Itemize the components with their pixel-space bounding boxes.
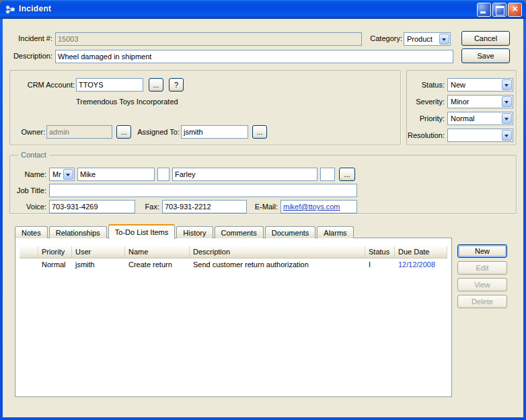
fax-field[interactable] <box>162 200 247 213</box>
cancel-button[interactable]: Cancel <box>461 31 510 46</box>
tab-notes[interactable]: Notes <box>15 226 48 238</box>
resolution-select[interactable] <box>447 129 513 142</box>
crm-account-help-button[interactable]: ? <box>169 78 184 92</box>
category-label: Category: <box>363 34 402 43</box>
contact-group-title: Contact <box>18 151 49 159</box>
column-header-description[interactable]: Description <box>190 246 365 258</box>
chevron-down-icon <box>502 96 512 107</box>
job-title-field[interactable] <box>49 184 357 197</box>
description-label: Description: <box>7 51 52 61</box>
tab-todo-list-items[interactable]: To-Do List Items <box>108 224 175 239</box>
close-icon[interactable]: ✕ <box>508 3 522 17</box>
email-label: E-Mail: <box>251 202 278 211</box>
tab-alarms[interactable]: Alarms <box>317 226 353 238</box>
cell-name: Create return <box>125 260 190 271</box>
chevron-down-icon <box>502 79 512 90</box>
column-header-status[interactable]: Status <box>365 246 395 258</box>
column-header-priority[interactable]: Priority <box>38 246 72 258</box>
assigned-to-label: Assigned To: <box>135 127 180 137</box>
salutation-value: Mr <box>52 170 62 178</box>
voice-label: Voice: <box>20 202 46 211</box>
tab-history[interactable]: History <box>176 226 213 238</box>
resolution-label: Resolution: <box>407 131 445 140</box>
cell-user: jsmith <box>72 260 125 271</box>
status-select[interactable]: New <box>447 78 513 92</box>
maximize-icon[interactable] <box>492 3 506 17</box>
column-header-name[interactable]: Name <box>125 246 190 258</box>
cell-status: I <box>365 260 395 271</box>
column-header-blank[interactable] <box>20 246 38 258</box>
email-field[interactable]: mikef@ttoys.com <box>280 200 357 213</box>
view-button: View <box>457 278 507 291</box>
tab-strip: Notes Relationships To-Do List Items His… <box>15 224 355 238</box>
incident-number-field <box>55 32 362 46</box>
priority-value: Normal <box>451 114 500 123</box>
contact-group: Contact Name: Mr ... Job Title: Voice: F… <box>9 155 517 214</box>
window-controls: ✕ <box>477 3 522 17</box>
owner-field <box>46 125 112 139</box>
minimize-icon[interactable] <box>477 3 491 17</box>
dialog-body: Incident #: Category: Product Cancel Des… <box>3 19 523 417</box>
column-header-due-date[interactable]: Due Date <box>395 246 447 258</box>
assigned-to-browse-button[interactable]: ... <box>252 125 267 139</box>
first-name-field[interactable] <box>77 168 155 181</box>
save-button[interactable]: Save <box>461 48 510 63</box>
tab-documents[interactable]: Documents <box>265 226 316 238</box>
edit-button: Edit <box>457 261 507 275</box>
fax-label: Fax: <box>142 202 159 211</box>
owner-browse-button[interactable]: ... <box>116 125 131 139</box>
table-row[interactable]: Normal jsmith Create return Send custome… <box>20 260 447 271</box>
contact-name-label: Name: <box>20 170 46 179</box>
voice-field[interactable] <box>49 200 135 213</box>
window-title: Incident <box>19 4 51 13</box>
suffix-field[interactable] <box>320 168 335 181</box>
category-value: Product <box>407 35 438 43</box>
middle-initial-field[interactable] <box>157 168 170 181</box>
job-title-label: Job Title: <box>14 186 46 195</box>
assigned-to-field[interactable] <box>181 125 248 139</box>
chevron-down-icon <box>439 34 449 44</box>
description-field[interactable] <box>55 50 453 63</box>
owner-label: Owner: <box>15 127 45 137</box>
priority-select[interactable]: Normal <box>447 112 513 125</box>
crm-account-label: CRM Account: <box>15 80 75 90</box>
status-label: Status: <box>407 80 445 90</box>
status-group: Status: New Severity: Minor Priority: No… <box>406 70 517 145</box>
delete-button: Delete <box>457 295 507 308</box>
category-select[interactable]: Product <box>404 32 451 46</box>
priority-label: Priority: <box>407 114 445 123</box>
severity-value: Minor <box>451 98 500 106</box>
column-header-user[interactable]: User <box>72 246 125 258</box>
chevron-down-icon <box>502 113 512 124</box>
new-button[interactable]: New <box>457 244 507 258</box>
cell-due-date: 12/12/2008 <box>395 260 447 271</box>
chevron-down-icon <box>502 130 512 141</box>
severity-label: Severity: <box>407 97 445 106</box>
contact-browse-button[interactable]: ... <box>339 168 355 181</box>
incident-window: Incident ✕ Incident #: Category: Product… <box>0 0 526 420</box>
crm-account-display-name: Tremendous Toys Incorporated <box>76 98 178 106</box>
incident-number-label: Incident #: <box>7 34 52 43</box>
crm-account-field[interactable] <box>76 78 143 92</box>
tab-comments[interactable]: Comments <box>215 226 264 238</box>
status-value: New <box>451 81 500 89</box>
last-name-field[interactable] <box>172 168 317 181</box>
molecule-icon <box>5 4 15 15</box>
chevron-down-icon <box>63 169 73 180</box>
crm-account-group: CRM Account: ... ? Tremendous Toys Incor… <box>9 70 401 145</box>
tab-relationships[interactable]: Relationships <box>49 226 107 238</box>
title-bar[interactable]: Incident ✕ <box>0 0 526 19</box>
todo-table-header: Priority User Name Description Status Du… <box>20 246 447 258</box>
severity-select[interactable]: Minor <box>447 95 513 108</box>
cell-priority: Normal <box>38 260 72 271</box>
email-link[interactable]: mikef@ttoys.com <box>283 203 340 211</box>
salutation-select[interactable]: Mr <box>49 168 75 181</box>
todo-list-panel: Priority User Name Description Status Du… <box>15 238 452 397</box>
cell-description: Send customer return authorization <box>190 260 365 271</box>
crm-account-browse-button[interactable]: ... <box>149 78 163 92</box>
